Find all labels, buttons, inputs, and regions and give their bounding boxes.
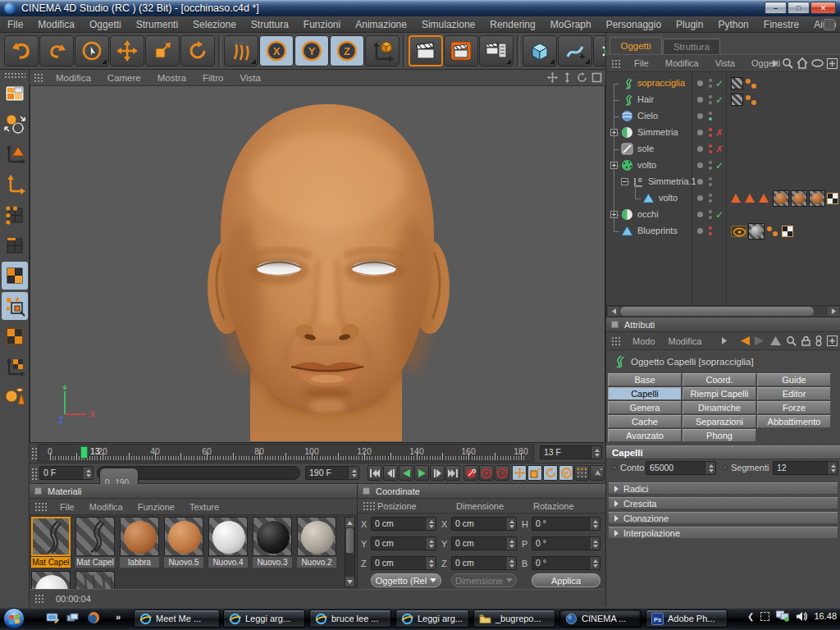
attr-menu-modifica[interactable]: Modifica bbox=[662, 336, 709, 346]
timeline-range-slider[interactable]: 0 F 190 F bbox=[97, 466, 300, 480]
uvw-tag-icon[interactable] bbox=[827, 193, 838, 204]
materials-menu-modifica[interactable]: Modifica bbox=[82, 502, 130, 512]
group-interpolazione[interactable]: Interpolazione bbox=[608, 527, 838, 539]
history-forward-icon[interactable] bbox=[755, 336, 765, 345]
object-row[interactable]: sopracciglia✓ bbox=[606, 75, 840, 92]
tab-oggetti[interactable]: Oggetti bbox=[609, 37, 662, 54]
object-name[interactable]: Cielo bbox=[637, 111, 658, 121]
attr-tab-cache[interactable]: Cache bbox=[608, 415, 682, 428]
coordinates-drag-handle[interactable] bbox=[362, 500, 377, 511]
render-visibility-dot-top[interactable] bbox=[709, 79, 712, 82]
materials-scrollbar[interactable] bbox=[345, 517, 355, 587]
object-row[interactable]: occhi✓ bbox=[606, 207, 840, 223]
transport-drag-handle[interactable] bbox=[30, 467, 37, 481]
om-horizontal-scrollbar[interactable] bbox=[606, 305, 840, 317]
coordinates-title-bar[interactable]: Coordinate bbox=[358, 484, 605, 499]
rot-h-field[interactable]: 0 ° bbox=[532, 517, 600, 531]
taskbar-item-bugrepo[interactable]: _bugrepo... bbox=[473, 609, 555, 628]
render-visibility-dot-bottom[interactable] bbox=[709, 216, 712, 219]
segmenti-field[interactable]: 12 bbox=[773, 461, 838, 475]
range-start-stepper[interactable] bbox=[84, 467, 93, 479]
goto-end-button[interactable] bbox=[445, 465, 460, 481]
attr-tab-forze[interactable]: Forze bbox=[757, 401, 831, 414]
start-button[interactable] bbox=[3, 608, 25, 629]
dim-y-field[interactable]: 0 cm bbox=[451, 536, 517, 550]
status-drag-handle[interactable] bbox=[34, 593, 45, 605]
attr-menu-more-icon[interactable] bbox=[720, 337, 728, 345]
render-visibility-dot-bottom[interactable] bbox=[709, 183, 712, 186]
object-row[interactable]: Blueprints bbox=[606, 223, 840, 240]
apply-button[interactable]: Applica bbox=[532, 573, 600, 587]
attr-tab-riempi-capelli[interactable]: Riempi Capelli bbox=[682, 387, 756, 400]
attr-tab-editor[interactable]: Editor bbox=[757, 387, 831, 400]
vp-menu-vista[interactable]: Vista bbox=[231, 73, 268, 83]
viewport-zoom-icon[interactable] bbox=[562, 72, 573, 83]
object-row[interactable]: volto✓ bbox=[606, 158, 840, 174]
om-menu-vista[interactable]: Vista bbox=[707, 58, 743, 68]
convert-button[interactable] bbox=[2, 110, 28, 138]
key-position-button[interactable] bbox=[512, 465, 527, 481]
dimension-dropdown[interactable]: Dimensione bbox=[451, 573, 517, 587]
object-row[interactable]: Simmetria✗ bbox=[606, 125, 840, 141]
material-item[interactable]: Nuovo.5 bbox=[164, 517, 205, 568]
object-name[interactable]: occhi bbox=[637, 209, 659, 219]
editor-visibility-dot[interactable] bbox=[697, 80, 703, 86]
next-frame-button[interactable] bbox=[430, 465, 445, 481]
range-end-spinner[interactable]: 190 F bbox=[305, 466, 359, 480]
scroll-right-arrow[interactable] bbox=[828, 307, 839, 316]
material-item[interactable]: Mat Capel bbox=[31, 517, 72, 568]
vp-menu-camere[interactable]: Camere bbox=[99, 73, 149, 83]
menu-modifica[interactable]: Modifica bbox=[30, 16, 82, 33]
object-name[interactable]: volto bbox=[659, 193, 678, 203]
live-selection-button[interactable] bbox=[75, 35, 109, 66]
material-item[interactable]: Nuovo.3 bbox=[253, 517, 294, 568]
previous-frame-button[interactable] bbox=[383, 465, 398, 481]
key-rotation-button[interactable] bbox=[543, 465, 558, 481]
edge-mode-button[interactable] bbox=[2, 231, 28, 259]
texture-axis-mode-button[interactable] bbox=[2, 353, 28, 381]
render-visibility-dot-bottom[interactable] bbox=[709, 150, 712, 153]
render-visibility-dot-bottom[interactable] bbox=[709, 199, 712, 203]
menu-animazione[interactable]: Animazione bbox=[348, 16, 414, 33]
network-tray-icon[interactable] bbox=[776, 610, 790, 622]
collapse-toggle[interactable] bbox=[621, 178, 628, 185]
uvw-tag-icon[interactable] bbox=[782, 226, 793, 237]
hair-tag-icon[interactable] bbox=[745, 94, 758, 107]
attr-tab-guide[interactable]: Guide bbox=[757, 373, 831, 386]
material-tag-icon[interactable] bbox=[791, 190, 807, 207]
material-thumbnail[interactable] bbox=[164, 517, 203, 556]
attr-search-icon[interactable] bbox=[786, 336, 797, 346]
hair-tool-button[interactable] bbox=[224, 35, 258, 66]
key-pla-button[interactable] bbox=[574, 465, 589, 481]
eye-icon[interactable] bbox=[811, 59, 824, 67]
editor-visibility-dot[interactable] bbox=[697, 113, 703, 119]
maximize-button[interactable]: □ bbox=[788, 2, 810, 14]
history-back-icon[interactable] bbox=[739, 336, 750, 345]
timeline-ruler[interactable]: 0 20 40 60 80 100 120 140 160 180 13 13 … bbox=[30, 443, 605, 463]
play-backward-button[interactable] bbox=[399, 465, 413, 481]
record-keyframe-button[interactable] bbox=[463, 465, 478, 481]
conto-field[interactable]: 65000 bbox=[646, 461, 716, 475]
menu-funzioni[interactable]: Funzioni bbox=[296, 16, 348, 33]
render-visibility-dot-top[interactable] bbox=[709, 194, 712, 197]
home-icon[interactable] bbox=[797, 57, 808, 69]
selection-tag-icon[interactable] bbox=[731, 194, 741, 203]
vp-menu-mostra[interactable]: Mostra bbox=[149, 73, 194, 83]
y-axis-button[interactable]: Y bbox=[294, 35, 329, 66]
attributes-title-bar[interactable]: Attributi bbox=[606, 317, 840, 332]
render-visibility-dot-bottom[interactable] bbox=[709, 117, 712, 121]
editor-visibility-dot[interactable] bbox=[697, 162, 703, 168]
render-visibility-dot-top[interactable] bbox=[709, 144, 712, 148]
scrollbar-thumb[interactable] bbox=[620, 307, 814, 316]
attr-tab-dinamiche[interactable]: Dinamiche bbox=[682, 401, 756, 414]
lock-icon[interactable] bbox=[801, 336, 810, 346]
window-switcher-icon[interactable] bbox=[66, 613, 80, 623]
render-visibility-dot-bottom[interactable] bbox=[709, 101, 712, 104]
rot-p-stepper[interactable] bbox=[591, 537, 600, 550]
attr-tab-coord[interactable]: Coord. bbox=[682, 373, 756, 386]
scroll-left-arrow[interactable] bbox=[608, 307, 619, 316]
range-end-stepper[interactable] bbox=[349, 467, 358, 479]
firefox-icon[interactable] bbox=[87, 611, 100, 624]
render-visibility-dot-bottom[interactable] bbox=[709, 84, 712, 88]
point-mode-button[interactable] bbox=[2, 201, 28, 229]
